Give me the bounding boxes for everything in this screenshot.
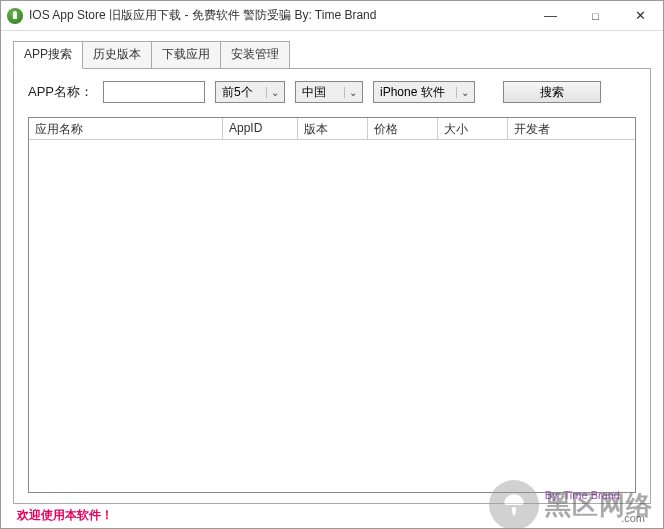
watermark-sub: .com bbox=[621, 512, 645, 524]
app-name-label: APP名称： bbox=[28, 83, 93, 101]
results-grid: 应用名称 AppID 版本 价格 大小 开发者 bbox=[28, 117, 636, 493]
status-bar: 欢迎使用本软件！ bbox=[13, 504, 651, 524]
app-icon bbox=[7, 8, 23, 24]
search-button[interactable]: 搜索 bbox=[503, 81, 601, 103]
chevron-down-icon: ⌄ bbox=[344, 87, 358, 98]
column-header-version[interactable]: 版本 bbox=[298, 118, 368, 139]
tab-history[interactable]: 历史版本 bbox=[82, 41, 152, 68]
chevron-down-icon: ⌄ bbox=[456, 87, 470, 98]
search-row: APP名称： 前5个 ⌄ 中国 ⌄ iPhone 软件 ⌄ 搜索 bbox=[28, 81, 636, 103]
column-header-price[interactable]: 价格 bbox=[368, 118, 438, 139]
close-button[interactable]: ✕ bbox=[618, 1, 663, 30]
tab-download[interactable]: 下载应用 bbox=[151, 41, 221, 68]
chevron-down-icon: ⌄ bbox=[266, 87, 280, 98]
welcome-text: 欢迎使用本软件！ bbox=[17, 507, 113, 524]
column-header-name[interactable]: 应用名称 bbox=[29, 118, 223, 139]
column-header-appid[interactable]: AppID bbox=[223, 118, 298, 139]
count-combobox-value: 前5个 bbox=[222, 84, 253, 101]
maximize-button[interactable]: □ bbox=[573, 1, 618, 30]
tab-app-search[interactable]: APP搜索 bbox=[13, 41, 83, 69]
window-controls: — □ ✕ bbox=[528, 1, 663, 30]
device-combobox[interactable]: iPhone 软件 ⌄ bbox=[373, 81, 475, 103]
byline-text: By: Time Brand bbox=[545, 489, 620, 501]
app-name-input[interactable] bbox=[103, 81, 205, 103]
grid-body bbox=[29, 140, 635, 492]
tab-strip: APP搜索 历史版本 下载应用 安装管理 bbox=[13, 41, 651, 68]
region-combobox-value: 中国 bbox=[302, 84, 326, 101]
client-area: APP搜索 历史版本 下载应用 安装管理 APP名称： 前5个 ⌄ 中国 ⌄ i… bbox=[1, 31, 663, 528]
tab-panel-app-search: APP名称： 前5个 ⌄ 中国 ⌄ iPhone 软件 ⌄ 搜索 应用 bbox=[13, 68, 651, 504]
minimize-button[interactable]: — bbox=[528, 1, 573, 30]
column-header-developer[interactable]: 开发者 bbox=[508, 118, 635, 139]
count-combobox[interactable]: 前5个 ⌄ bbox=[215, 81, 285, 103]
window-title: IOS App Store 旧版应用下载 - 免费软件 警防受骗 By: Tim… bbox=[29, 7, 528, 24]
grid-header: 应用名称 AppID 版本 价格 大小 开发者 bbox=[29, 118, 635, 140]
device-combobox-value: iPhone 软件 bbox=[380, 84, 445, 101]
titlebar: IOS App Store 旧版应用下载 - 免费软件 警防受骗 By: Tim… bbox=[1, 1, 663, 31]
column-header-size[interactable]: 大小 bbox=[438, 118, 508, 139]
region-combobox[interactable]: 中国 ⌄ bbox=[295, 81, 363, 103]
tab-install[interactable]: 安装管理 bbox=[220, 41, 290, 68]
app-window: IOS App Store 旧版应用下载 - 免费软件 警防受骗 By: Tim… bbox=[0, 0, 664, 529]
